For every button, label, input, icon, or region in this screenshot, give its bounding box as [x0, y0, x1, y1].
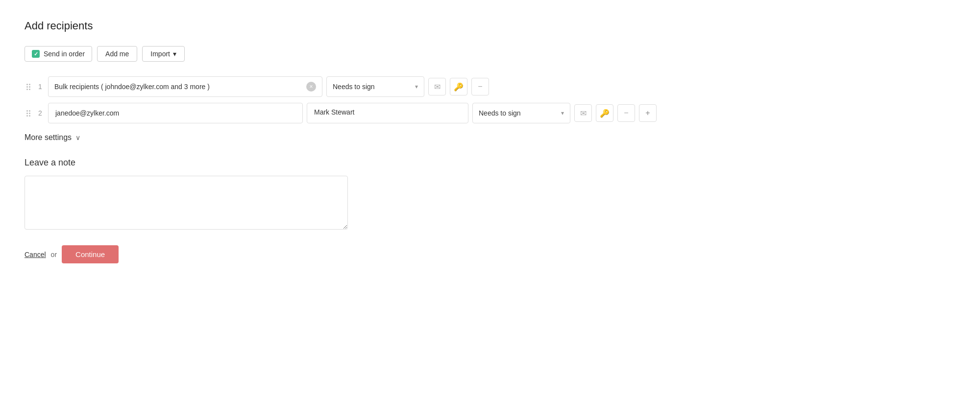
add-recipient-button[interactable]: +: [639, 104, 657, 122]
role-label-1: Needs to sign: [333, 83, 375, 91]
page-title: Add recipients: [24, 20, 956, 32]
email-action-1[interactable]: ✉: [428, 78, 446, 95]
toolbar: Send in order Add me Import ▾: [24, 46, 956, 62]
drag-handle-1[interactable]: [24, 82, 32, 92]
key-action-1[interactable]: 🔑: [450, 78, 467, 95]
more-settings-label: More settings: [24, 133, 72, 142]
leave-note-label: Leave a note: [24, 158, 956, 168]
key-icon-1: 🔑: [454, 82, 464, 92]
role-chevron-1: ▾: [415, 83, 418, 90]
name-input-2[interactable]: [314, 108, 461, 116]
remove-recipient-1[interactable]: −: [471, 78, 489, 95]
minus-icon-2: −: [624, 109, 628, 117]
role-chevron-2: ▾: [561, 110, 564, 117]
recipient-number-2: 2: [36, 109, 44, 117]
import-label: Import: [150, 50, 170, 58]
recipient-row-1: 1 Bulk recipients ( johndoe@zylker.com a…: [24, 76, 956, 97]
add-me-button[interactable]: Add me: [97, 46, 137, 62]
name-field-2[interactable]: [307, 103, 468, 123]
key-icon-2: 🔑: [600, 109, 610, 118]
continue-button[interactable]: Continue: [62, 245, 119, 263]
cancel-button[interactable]: Cancel: [24, 251, 46, 258]
send-in-order-checkbox[interactable]: Send in order: [24, 46, 92, 62]
role-label-2: Needs to sign: [479, 109, 521, 117]
more-settings-chevron: ∨: [75, 134, 80, 141]
email-icon-2: ✉: [580, 109, 587, 118]
email-input-2[interactable]: [55, 109, 295, 117]
bulk-email-field[interactable]: Bulk recipients ( johndoe@zylker.com and…: [48, 76, 322, 97]
recipient-row-2: 2 Needs to sign ▾ ✉ 🔑 − +: [24, 103, 956, 123]
leave-note-section: Leave a note: [24, 158, 956, 230]
more-settings-toggle[interactable]: More settings ∨: [24, 133, 956, 142]
recipient-number-1: 1: [36, 83, 44, 91]
plus-icon: +: [645, 109, 650, 117]
send-in-order-label: Send in order: [44, 50, 85, 58]
role-dropdown-1[interactable]: Needs to sign ▾: [326, 76, 424, 97]
note-textarea[interactable]: [24, 176, 348, 230]
footer-actions: Cancel or Continue: [24, 245, 956, 263]
minus-icon-1: −: [478, 82, 482, 91]
import-button[interactable]: Import ▾: [142, 46, 185, 62]
email-action-2[interactable]: ✉: [574, 104, 592, 122]
clear-bulk-icon[interactable]: ×: [306, 82, 316, 92]
email-icon-1: ✉: [434, 82, 441, 92]
email-field-2[interactable]: [48, 103, 303, 123]
key-action-2[interactable]: 🔑: [596, 104, 613, 122]
import-chevron-icon: ▾: [173, 50, 176, 58]
remove-recipient-2[interactable]: −: [617, 104, 635, 122]
or-separator: or: [51, 251, 57, 258]
drag-handle-2[interactable]: [24, 108, 32, 118]
bulk-email-text: Bulk recipients ( johndoe@zylker.com and…: [54, 83, 210, 91]
checkbox-checked-icon: [32, 50, 40, 58]
role-dropdown-2[interactable]: Needs to sign ▾: [472, 103, 570, 123]
